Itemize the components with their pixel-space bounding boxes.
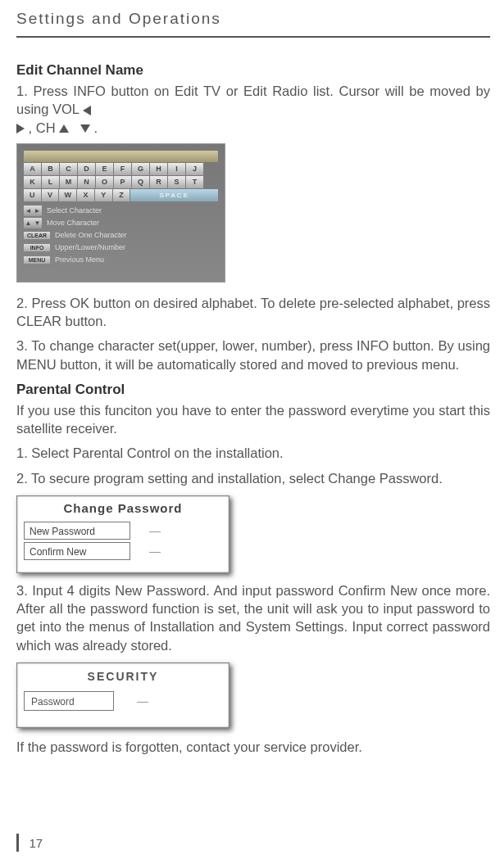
key: C [60,163,77,175]
key: F [114,163,131,175]
key: Q [132,176,149,188]
confirm-new-label: Confirm New [24,542,130,560]
key: P [114,176,131,188]
key: W [59,189,76,201]
key: J [186,163,203,175]
keyboard-legend: ◄► Select Character ▲▼ Move Character CL… [24,205,218,266]
key: N [78,176,95,188]
edit-channel-title: Edit Channel Name [16,62,490,79]
left-arrow-icon [83,106,91,115]
legend-text: Upper/Lower/Number [55,243,125,251]
step1-text-c: . [94,120,98,135]
confirm-new-value: — [130,545,180,558]
edit-channel-step1: 1. Press INFO button on Edit TV or Edit … [16,82,490,137]
page-footer: 17 [16,834,43,852]
legend-text: Delete One Character [55,231,127,239]
key: Z [113,189,130,201]
parental-control-title: Parental Control [16,382,490,398]
page-header: Settings and Operations [16,10,490,28]
legend-left-icon: ◄ [24,206,33,216]
security-title: SECURITY [24,670,222,683]
edit-channel-step2: 2. Press OK button on desired alphabet. … [16,294,490,331]
key: O [96,176,113,188]
password-value: — [114,694,171,708]
key: Y [95,189,112,201]
key: T [186,176,203,188]
key: E [96,163,113,175]
key: H [150,163,167,175]
legend-down-icon: ▼ [33,218,42,228]
key: K [24,176,41,188]
change-password-title: Change Password [24,501,222,515]
step1-text-b: , CH [29,120,56,135]
parental-step3: 3. Input 4 digits New Password. And inpu… [16,581,490,654]
key: L [42,176,59,188]
key: G [132,163,149,175]
right-arrow-icon [16,124,25,133]
keyboard-row-3: U V W X Y Z SPACE [24,189,218,201]
up-arrow-icon [59,124,69,133]
footer-bar-icon [16,834,19,852]
legend-up-icon: ▲ [24,218,33,228]
forgotten-password-text: If the password is forgotten, contact yo… [16,738,490,756]
legend-clear-button: CLEAR [24,232,50,239]
legend-menu-button: MENU [24,256,50,264]
legend-text: Select Character [47,206,102,215]
key: X [77,189,94,201]
security-figure: SECURITY Password — [16,662,230,728]
parental-step2: 2. To secure program setting and install… [16,469,490,487]
change-password-figure: Change Password New Password — Confirm N… [16,495,230,573]
new-password-value: — [130,524,180,537]
legend-text: Previous Menu [55,255,104,264]
key: I [168,163,185,175]
legend-right-icon: ► [33,206,42,216]
keyboard-title-bar [24,151,218,162]
parental-step1: 1. Select Parental Control on the instal… [16,444,490,462]
password-label: Password [24,691,114,711]
legend-info-button: INFO [24,244,50,251]
parental-intro: If you use this funciton you have to ent… [16,401,490,438]
key: D [78,163,95,175]
key: V [42,189,59,201]
page-number: 17 [29,836,43,850]
key: U [24,189,41,201]
key: M [60,176,77,188]
new-password-label: New Password [24,522,130,540]
edit-channel-step3: 3. To change character set(upper, lower,… [16,337,490,373]
legend-text: Move Character [47,219,99,227]
key: A [24,163,41,175]
header-rule [16,36,490,38]
key: B [42,163,59,175]
space-key: SPACE [130,189,218,201]
keyboard-row-1: A B C D E F G H I J [24,163,218,175]
down-arrow-icon [80,124,90,133]
key: S [168,176,185,188]
keyboard-row-2: K L M N O P Q R S T [24,176,218,188]
keyboard-figure: A B C D E F G H I J K L M N O P Q R S T … [16,143,225,283]
key: R [150,176,167,188]
